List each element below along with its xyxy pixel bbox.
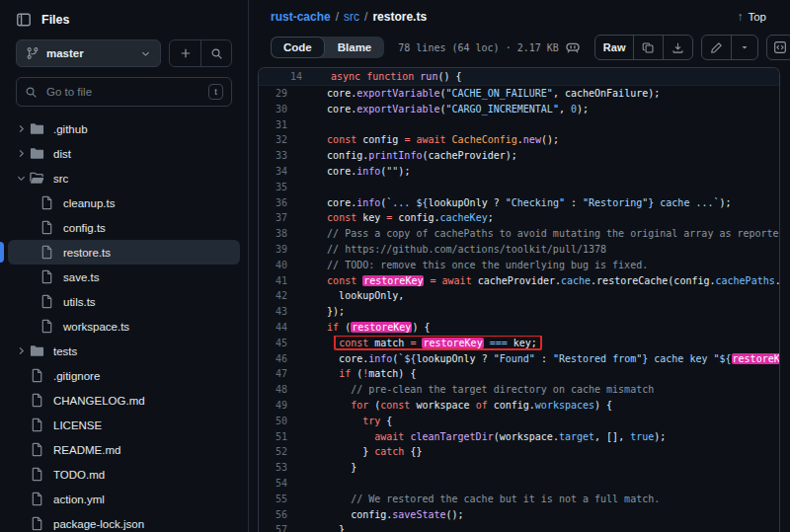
chevron-down-icon xyxy=(12,173,30,184)
edit-dropdown-button[interactable] xyxy=(731,36,757,59)
line-number[interactable]: 36 xyxy=(259,195,287,211)
tree-item-workspace.ts[interactable]: workspace.ts xyxy=(8,314,240,339)
tree-item-label: action.yml xyxy=(53,494,105,505)
folder-icon xyxy=(30,146,45,161)
line-number[interactable]: 44 xyxy=(259,320,287,336)
code-line-54: 54 xyxy=(259,476,779,492)
top-label: Top xyxy=(748,11,766,23)
symbols-panel-button[interactable] xyxy=(766,35,790,60)
breadcrumb-separator: / xyxy=(336,10,339,24)
back-to-top-link[interactable]: ↑ Top xyxy=(737,10,766,24)
line-number[interactable]: 34 xyxy=(259,164,287,180)
tree-item-package-lock.json[interactable]: package-lock.json xyxy=(8,511,240,532)
breadcrumb-repo-link[interactable]: rust-cache xyxy=(271,10,331,24)
sticky-context-line[interactable]: 14 async function run() { xyxy=(259,68,779,86)
plus-icon xyxy=(179,46,193,60)
line-number[interactable]: 53 xyxy=(259,460,287,476)
caret-down-icon xyxy=(740,42,750,52)
tree-item-utils.ts[interactable]: utils.ts xyxy=(8,289,240,314)
line-number[interactable]: 52 xyxy=(259,444,287,460)
tree-item-save.ts[interactable]: save.ts xyxy=(8,265,240,289)
line-code: config.saveState(); xyxy=(287,507,779,523)
raw-button[interactable]: Raw xyxy=(595,36,634,59)
tree-item-dist[interactable]: dist xyxy=(8,141,240,166)
sidebar-panel-icon xyxy=(16,12,32,28)
line-number[interactable]: 48 xyxy=(259,382,287,398)
line-number[interactable]: 47 xyxy=(259,366,287,382)
file-icon xyxy=(30,418,45,432)
line-number[interactable]: 37 xyxy=(259,210,287,226)
line-code: const key = config.cacheKey; xyxy=(287,210,779,226)
download-button[interactable] xyxy=(663,36,692,59)
line-number[interactable]: 33 xyxy=(259,148,287,164)
shortcut-key-badge: t xyxy=(208,84,223,100)
line-code: core.info(""); xyxy=(287,164,779,180)
tree-item-CHANGELOG.md[interactable]: CHANGELOG.md xyxy=(8,388,240,413)
tree-item-.gitignore[interactable]: .gitignore xyxy=(8,363,240,388)
file-icon xyxy=(30,442,45,457)
tree-item-LICENSE[interactable]: LICENSE xyxy=(8,413,240,437)
line-code: for (const workspace of config.workspace… xyxy=(287,398,779,414)
edit-file-button[interactable] xyxy=(702,36,731,59)
collapse-sidebar-button[interactable] xyxy=(16,12,32,28)
tree-item-TODO.md[interactable]: TODO.md xyxy=(8,462,240,487)
tree-item-.github[interactable]: .github xyxy=(8,116,240,141)
line-number[interactable]: 57 xyxy=(259,522,287,532)
arrow-up-icon: ↑ xyxy=(737,10,743,24)
copilot-button[interactable] xyxy=(559,35,587,60)
line-number[interactable]: 40 xyxy=(259,258,287,273)
breadcrumb-dir-link[interactable]: src xyxy=(344,10,359,24)
line-number[interactable]: 51 xyxy=(259,429,287,445)
file-icon xyxy=(30,368,45,383)
edit-actions-group xyxy=(701,35,758,60)
new-file-button[interactable] xyxy=(170,40,200,66)
line-number: 14 xyxy=(259,71,302,82)
code-line-29: 29 core.exportVariable("CACHE_ON_FAILURE… xyxy=(259,86,779,102)
folder-icon xyxy=(30,343,45,358)
line-number[interactable]: 49 xyxy=(259,398,287,414)
line-number[interactable]: 41 xyxy=(259,273,287,289)
line-number[interactable]: 38 xyxy=(259,226,287,242)
line-number[interactable]: 29 xyxy=(259,86,287,102)
tree-item-src[interactable]: src xyxy=(8,166,240,190)
tree-item-restore.ts[interactable]: restore.ts xyxy=(8,240,240,265)
branch-row: master xyxy=(0,38,248,67)
go-to-file-input[interactable] xyxy=(44,85,201,99)
line-number[interactable]: 43 xyxy=(259,304,287,320)
search-icon xyxy=(25,86,38,99)
tree-item-README.md[interactable]: README.md xyxy=(8,437,240,462)
line-number[interactable]: 39 xyxy=(259,242,287,258)
line-number[interactable]: 56 xyxy=(259,507,287,523)
line-number[interactable]: 31 xyxy=(259,117,287,133)
line-number[interactable]: 55 xyxy=(259,492,287,507)
file-toolbar: Code Blame 78 lines (64 loc) · 2.17 KB R… xyxy=(271,33,780,62)
tab-blame[interactable]: Blame xyxy=(325,37,385,58)
chevron-right-icon xyxy=(12,148,30,159)
branch-selector[interactable]: master xyxy=(16,39,161,67)
code-line-55: 55 // We restored the cache but it is no… xyxy=(259,492,779,507)
search-tree-button[interactable] xyxy=(200,40,231,66)
line-number[interactable]: 50 xyxy=(259,414,287,429)
line-number[interactable]: 42 xyxy=(259,288,287,304)
line-code: const match = restoreKey === key; xyxy=(287,336,779,351)
tree-item-label: .gitignore xyxy=(53,370,100,382)
code-line-39: 39 // https://github.com/actions/toolkit… xyxy=(259,242,779,258)
line-code: // We restored the cache but it is not a… xyxy=(287,492,779,507)
line-number[interactable]: 46 xyxy=(259,351,287,367)
tree-item-config.ts[interactable]: config.ts xyxy=(8,215,240,240)
line-number[interactable]: 32 xyxy=(259,132,287,148)
tree-item-cleanup.ts[interactable]: cleanup.ts xyxy=(8,190,240,215)
line-number[interactable]: 54 xyxy=(259,476,287,492)
code-line-30: 30 core.exportVariable("CARGO_INCREMENTA… xyxy=(259,102,779,117)
line-code: await cleanTargetDir(workspace.target, [… xyxy=(287,429,779,445)
tab-code[interactable]: Code xyxy=(271,37,325,58)
line-number[interactable]: 35 xyxy=(259,180,287,195)
line-number[interactable]: 30 xyxy=(259,102,287,117)
tree-item-action.yml[interactable]: action.yml xyxy=(8,487,240,511)
sticky-line-code: async function run() { xyxy=(302,71,462,82)
code-viewer[interactable]: 14 async function run() { 29 core.export… xyxy=(258,67,780,532)
line-number[interactable]: 45 xyxy=(259,336,287,351)
tree-item-tests[interactable]: tests xyxy=(8,339,240,363)
copy-raw-button[interactable] xyxy=(633,36,663,59)
tree-item-label: src xyxy=(53,173,68,185)
